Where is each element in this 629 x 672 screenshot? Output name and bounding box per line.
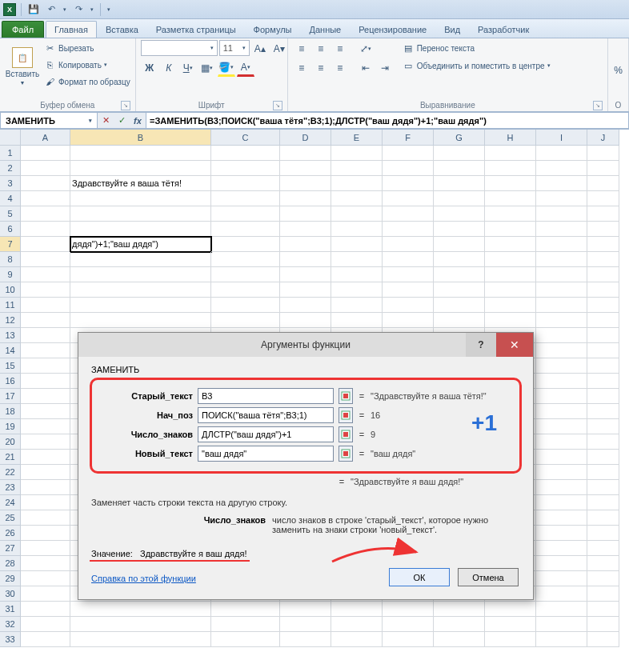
cell[interactable] <box>21 313 70 328</box>
cell[interactable] <box>21 252 70 267</box>
cell[interactable] <box>280 282 331 298</box>
cell[interactable] <box>536 419 587 434</box>
cell[interactable] <box>434 191 485 206</box>
cell[interactable] <box>280 222 331 237</box>
cell[interactable] <box>21 571 70 586</box>
cut-button[interactable]: ✂ Вырезать <box>43 40 130 56</box>
cell[interactable] <box>383 632 434 647</box>
cell[interactable] <box>434 313 485 328</box>
font-size-selector[interactable]: 11▾ <box>219 40 250 56</box>
row-header[interactable]: 10 <box>0 282 21 298</box>
tab-главная[interactable]: Главная <box>46 21 97 38</box>
dialog-launcher-icon[interactable]: ↘ <box>273 101 282 110</box>
tab-разметка страницы[interactable]: Разметка страницы <box>147 21 245 38</box>
name-box[interactable]: ЗАМЕНИТЬ ▾ <box>0 112 98 129</box>
cell[interactable] <box>21 510 70 526</box>
cell[interactable] <box>331 237 383 252</box>
cell[interactable] <box>383 298 434 313</box>
cell[interactable] <box>434 282 485 298</box>
cell[interactable] <box>280 206 331 222</box>
decrease-font-icon[interactable]: A▾ <box>270 40 288 58</box>
row-header[interactable]: 20 <box>0 434 21 450</box>
cell[interactable] <box>434 146 485 161</box>
cell[interactable] <box>21 237 70 252</box>
cell[interactable] <box>536 328 587 343</box>
undo-dropdown[interactable]: ▾ <box>62 2 68 17</box>
arg-input[interactable]: "ваш дядя" <box>198 446 334 462</box>
dialog-launcher-icon[interactable]: ↘ <box>121 101 130 110</box>
cell[interactable] <box>536 586 587 602</box>
cell[interactable] <box>587 450 619 465</box>
cell[interactable] <box>536 252 587 267</box>
cell[interactable] <box>21 602 70 617</box>
column-header[interactable]: E <box>331 130 383 146</box>
collapse-dialog-icon[interactable] <box>339 446 353 462</box>
save-button[interactable]: 💾 <box>26 2 41 17</box>
cell[interactable] <box>21 586 70 602</box>
cell[interactable] <box>587 298 619 313</box>
cell[interactable] <box>536 176 587 191</box>
font-color-button[interactable]: A▾ <box>237 59 254 77</box>
cell[interactable] <box>211 313 280 328</box>
cell[interactable] <box>485 191 536 206</box>
copy-button[interactable]: ⎘ Копировать ▾ <box>43 57 130 73</box>
align-middle-icon[interactable]: ≡ <box>312 40 330 58</box>
cell[interactable] <box>587 222 619 237</box>
cell[interactable] <box>383 252 434 267</box>
cell[interactable] <box>434 176 485 191</box>
decrease-indent-icon[interactable]: ⇤ <box>357 59 375 77</box>
row-header[interactable]: 13 <box>0 328 21 343</box>
cell[interactable] <box>434 161 485 176</box>
cell[interactable] <box>536 556 587 571</box>
cell[interactable] <box>536 389 587 404</box>
cell[interactable] <box>587 571 619 586</box>
cell[interactable] <box>587 206 619 222</box>
cell[interactable] <box>587 176 619 191</box>
cell[interactable] <box>587 328 619 343</box>
cell[interactable] <box>485 632 536 647</box>
cell[interactable] <box>485 206 536 222</box>
cell[interactable] <box>211 222 280 237</box>
cell[interactable] <box>70 313 211 328</box>
merge-center-button[interactable]: ▭ Объединить и поместить в центре ▾ <box>402 58 551 74</box>
cell[interactable] <box>21 343 70 358</box>
row-header[interactable]: 30 <box>0 586 21 602</box>
orientation-icon[interactable]: ⤢▾ <box>357 40 375 58</box>
column-header[interactable]: D <box>280 130 331 146</box>
cell[interactable] <box>331 252 383 267</box>
cell[interactable] <box>331 632 383 647</box>
function-help-link[interactable]: Справка по этой функции <box>91 574 196 583</box>
cell[interactable] <box>280 237 331 252</box>
cancel-button[interactable]: Отмена <box>458 568 519 586</box>
cell[interactable] <box>21 298 70 313</box>
cell[interactable] <box>587 146 619 161</box>
cell[interactable] <box>21 358 70 374</box>
cell[interactable] <box>211 146 280 161</box>
redo-dropdown[interactable]: ▾ <box>89 2 95 17</box>
cell[interactable] <box>21 222 70 237</box>
cell[interactable] <box>211 252 280 267</box>
cell[interactable] <box>587 404 619 419</box>
column-header[interactable]: I <box>536 130 587 146</box>
cell[interactable] <box>280 146 331 161</box>
cell[interactable] <box>536 358 587 374</box>
cell[interactable] <box>280 267 331 282</box>
row-header[interactable]: 3 <box>0 176 21 191</box>
cell[interactable] <box>280 161 331 176</box>
cell[interactable] <box>70 282 211 298</box>
cell[interactable] <box>331 267 383 282</box>
cell[interactable] <box>485 161 536 176</box>
cell[interactable] <box>211 282 280 298</box>
cell[interactable] <box>485 298 536 313</box>
cell[interactable] <box>485 146 536 161</box>
column-header[interactable]: C <box>211 130 280 146</box>
row-header[interactable]: 24 <box>0 495 21 510</box>
cell[interactable]: Здравствуйте я ваша тётя! <box>70 176 211 191</box>
column-header[interactable]: F <box>383 130 434 146</box>
cell[interactable] <box>587 556 619 571</box>
cell[interactable] <box>485 176 536 191</box>
cell[interactable] <box>587 602 619 617</box>
cell[interactable] <box>70 632 211 647</box>
cell[interactable] <box>587 480 619 495</box>
font-name-selector[interactable]: ▾ <box>141 40 218 56</box>
